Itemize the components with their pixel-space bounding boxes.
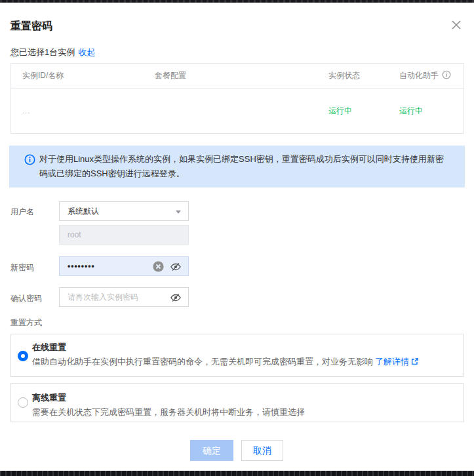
username-label: 用户名 — [10, 207, 34, 218]
col-header-instance-id: 实例ID/名称 — [11, 70, 144, 81]
dialog-title: 重置密码 — [10, 20, 52, 33]
instance-id-cell: ... — [11, 107, 144, 115]
col-header-status: 实例状态 — [317, 70, 388, 81]
online-reset-title: 在线重置 — [32, 342, 66, 353]
collapse-link[interactable]: 收起 — [78, 47, 95, 57]
username-select-value: 系统默认 — [68, 206, 99, 217]
confirm-password-label: 确认密码 — [10, 293, 42, 304]
info-icon — [24, 154, 35, 165]
fixed-username-field-wrap — [59, 225, 189, 245]
reset-option-offline[interactable]: 离线重置 需要在关机状态下完成密码重置，服务器关机时将中断业务，请慎重选择 — [10, 383, 464, 422]
table-row: ... 运行中 运行中 — [11, 89, 464, 133]
new-password-field-wrap — [59, 256, 189, 276]
close-icon[interactable] — [450, 18, 463, 31]
page-behind-top — [0, 0, 474, 3]
page-behind-bottom — [0, 471, 474, 476]
clear-icon[interactable] — [153, 261, 165, 273]
radio-online-selected[interactable] — [18, 351, 28, 361]
online-reset-description: 借助自动化助手在实例中执行重置密码的命令，无需关机即可完成密码重置，对业务无影响… — [32, 356, 419, 368]
confirm-password-input[interactable] — [60, 288, 188, 306]
username-select[interactable]: 系统默认 — [59, 201, 189, 221]
radio-offline-unselected[interactable] — [18, 397, 28, 408]
confirm-button[interactable]: 确定 — [190, 440, 233, 461]
reset-method-label: 重置方式 — [10, 317, 42, 328]
table-header: 实例ID/名称 套餐配置 实例状态 自动化助手 — [11, 64, 464, 89]
chevron-down-icon — [176, 210, 181, 214]
info-banner: 对于使用Linux类型操作系统的实例，如果实例已绑定SSH密钥，重置密码成功后实… — [9, 146, 465, 188]
reset-password-dialog: 重置密码 您已选择1台实例收起 实例ID/名称 套餐配置 实例状态 自动化助手 — [0, 0, 474, 476]
instance-status-cell: 运行中 — [317, 106, 388, 117]
learn-more-link[interactable]: 了解详情 — [375, 357, 409, 367]
col-header-assistant: 自动化助手 — [388, 70, 464, 81]
eye-off-icon[interactable] — [170, 292, 182, 304]
external-link-icon[interactable] — [410, 357, 419, 368]
offline-reset-title: 离线重置 — [32, 392, 66, 404]
assistant-status-cell: 运行中 — [388, 106, 464, 117]
reset-option-online[interactable]: 在线重置 借助自动化助手在实例中执行重置密码的命令，无需关机即可完成密码重置，对… — [10, 334, 464, 377]
assistant-info-icon[interactable] — [442, 70, 451, 81]
info-banner-text: 对于使用Linux类型操作系统的实例，如果实例已绑定SSH密钥，重置密码成功后实… — [39, 152, 446, 181]
instance-table: 实例ID/名称 套餐配置 实例状态 自动化助手 ... 运行中 运行中 — [10, 63, 464, 134]
selection-summary: 您已选择1台实例收起 — [10, 47, 95, 58]
new-password-label: 新密码 — [10, 262, 34, 273]
selection-text: 您已选择1台实例 — [10, 47, 75, 57]
offline-reset-description: 需要在关机状态下完成密码重置，服务器关机时将中断业务，请慎重选择 — [32, 407, 305, 418]
col-header-package: 套餐配置 — [144, 70, 317, 81]
cancel-button[interactable]: 取消 — [241, 440, 283, 461]
new-password-input[interactable] — [60, 257, 188, 275]
confirm-password-field-wrap — [59, 287, 189, 307]
eye-off-icon[interactable] — [170, 261, 182, 273]
fixed-username-input — [60, 226, 188, 244]
